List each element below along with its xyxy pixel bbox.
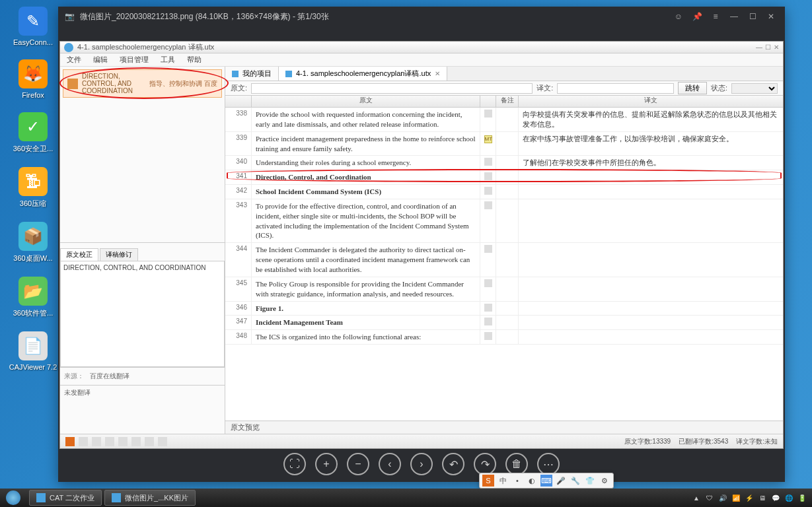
source-cell[interactable]: Figure 1. xyxy=(252,302,480,316)
desktop-icon[interactable]: 📂360软件管... xyxy=(7,277,59,318)
source-cell[interactable]: The ICS is organized into the following … xyxy=(252,330,480,344)
segment-row[interactable]: 348The ICS is organized into the followi… xyxy=(225,330,783,345)
tray-icon[interactable]: 🔊 xyxy=(718,493,727,502)
ime-logo-icon[interactable]: S xyxy=(482,475,494,487)
menu-item[interactable]: 编辑 xyxy=(93,55,108,65)
source-cell[interactable]: Direction, Control, and Coordination xyxy=(252,170,480,184)
more-button[interactable]: ⋯ xyxy=(537,453,560,475)
tray-icon[interactable]: 🔋 xyxy=(797,493,807,502)
ime-lang-button[interactable]: 中 xyxy=(497,475,509,487)
minimize-button[interactable]: — xyxy=(727,9,741,24)
ime-punct-button[interactable]: • xyxy=(511,475,523,487)
menu-item[interactable]: 帮助 xyxy=(187,55,202,65)
note-cell[interactable] xyxy=(496,277,519,301)
filter-tgt-input[interactable] xyxy=(557,83,674,94)
maximize-button[interactable]: ☐ xyxy=(745,9,760,24)
source-cell[interactable]: The Incident Commander is delegated the … xyxy=(252,243,480,277)
note-cell[interactable] xyxy=(496,170,519,184)
zoom-out-button[interactable]: − xyxy=(347,453,369,475)
segment-row[interactable]: 341Direction, Control, and Coordination xyxy=(225,170,783,185)
taskbar-item[interactable]: 微信图片_...KK图片 xyxy=(104,490,196,506)
status-icon[interactable] xyxy=(65,437,75,446)
segment-row[interactable]: 340Understanding their roles during a sc… xyxy=(225,156,783,170)
grid-body[interactable]: 338Provide the school with requested inf… xyxy=(225,108,783,421)
viewer-pin-icon[interactable]: 📌 xyxy=(690,9,704,24)
status-icon[interactable] xyxy=(118,437,128,446)
tray-icon[interactable]: ▲ xyxy=(692,493,701,502)
segment-row[interactable]: 346Figure 1. xyxy=(225,302,783,316)
segment-row[interactable]: 345The Policy Group is responsible for p… xyxy=(225,277,783,302)
tray-icon[interactable]: 🛡 xyxy=(705,493,714,502)
target-cell[interactable]: 了解他们在学校突发事件中所担任的角色。 xyxy=(519,156,783,170)
document-tab[interactable]: 我的项目 xyxy=(225,67,279,81)
sidebar-tab-source[interactable]: 原文校正 xyxy=(60,248,98,261)
source-cell[interactable]: Incident Management Team xyxy=(252,316,480,329)
tab-close-icon[interactable]: ✕ xyxy=(435,70,440,77)
segment-row[interactable]: 347Incident Management Team xyxy=(225,316,783,330)
close-button[interactable]: ✕ xyxy=(764,9,778,24)
desktop-icon[interactable]: ✎EasyConn... xyxy=(7,7,59,46)
rotate-right-button[interactable]: ↷ xyxy=(474,453,496,475)
desktop-icon[interactable]: 📦360桌面W... xyxy=(7,222,59,263)
rotate-left-button[interactable]: ↶ xyxy=(442,453,464,475)
source-cell[interactable]: The Policy Group is responsible for prov… xyxy=(252,277,480,301)
note-cell[interactable] xyxy=(496,243,519,277)
target-cell[interactable] xyxy=(519,170,783,184)
target-cell[interactable] xyxy=(519,302,783,316)
sidebar-tab-target[interactable]: 译稿修订 xyxy=(100,248,138,261)
cat-min-icon[interactable]: — xyxy=(756,44,762,51)
tray-icon[interactable]: 📶 xyxy=(731,493,741,502)
desktop-icon[interactable]: 🗜360压缩 xyxy=(7,167,59,209)
fit-button[interactable]: ⛶ xyxy=(283,453,306,475)
tray-icon[interactable]: ⚡ xyxy=(745,493,754,502)
tray-icon[interactable]: 💬 xyxy=(771,493,780,502)
cat-max-icon[interactable]: ☐ xyxy=(765,44,771,51)
document-tab[interactable]: 4-1. sampleschoolemergencyplan译稿.utx✕ xyxy=(279,67,447,81)
target-cell[interactable]: 在家中练习事故管理准备工作，以加强学校培训，确保家庭安全。 xyxy=(519,132,783,156)
target-cell[interactable] xyxy=(519,243,783,277)
target-cell[interactable] xyxy=(519,316,783,329)
tray-icon[interactable]: 🌐 xyxy=(784,493,794,502)
start-button[interactable] xyxy=(0,489,26,507)
source-cell[interactable]: School Incident Command System (ICS) xyxy=(252,185,480,199)
status-icon[interactable] xyxy=(145,437,154,446)
source-cell[interactable]: To provide for the effective direction, … xyxy=(252,199,480,242)
viewer-feedback-icon[interactable]: ☺ xyxy=(671,9,686,24)
source-cell[interactable]: Understanding their roles during a schoo… xyxy=(252,156,480,170)
delete-button[interactable]: 🗑 xyxy=(505,453,528,475)
note-cell[interactable] xyxy=(496,302,519,316)
desktop-icon[interactable]: 📄CAJViewer 7.2 xyxy=(7,331,59,371)
filter-status-select[interactable] xyxy=(731,83,778,94)
note-cell[interactable] xyxy=(496,316,519,329)
note-cell[interactable] xyxy=(496,108,519,131)
target-cell[interactable] xyxy=(519,199,783,242)
cat-close-icon[interactable]: ✕ xyxy=(774,44,779,51)
status-icon[interactable] xyxy=(79,437,88,446)
next-button[interactable]: › xyxy=(410,453,433,475)
menu-item[interactable]: 工具 xyxy=(161,55,175,65)
status-icon[interactable] xyxy=(131,437,141,446)
filter-go-button[interactable]: 跳转 xyxy=(678,82,707,94)
preview-tab[interactable]: 原文预览 xyxy=(225,421,783,434)
desktop-icon[interactable]: 🦊Firefox xyxy=(7,59,59,99)
source-cell[interactable]: Provide the school with requested inform… xyxy=(252,108,480,131)
note-cell[interactable] xyxy=(496,185,519,199)
taskbar-item[interactable]: CAT 二次作业 xyxy=(29,490,102,506)
tm-match-entry[interactable]: DIRECTION, CONTROL, AND COORDINATION 指导、… xyxy=(63,69,222,98)
target-cell[interactable] xyxy=(519,277,783,301)
status-icon[interactable] xyxy=(105,437,114,446)
segment-row[interactable]: 344The Incident Commander is delegated t… xyxy=(225,243,783,277)
note-cell[interactable] xyxy=(496,132,519,156)
ime-keyboard-icon[interactable]: ⌨ xyxy=(540,475,552,487)
note-cell[interactable] xyxy=(496,156,519,170)
segment-row[interactable]: 338Provide the school with requested inf… xyxy=(225,108,783,132)
desktop-icon[interactable]: ✓360安全卫... xyxy=(7,112,59,154)
note-cell[interactable] xyxy=(496,199,519,242)
filter-src-input[interactable] xyxy=(251,83,533,94)
target-cell[interactable] xyxy=(519,330,783,344)
prev-button[interactable]: ‹ xyxy=(379,453,401,475)
segment-row[interactable]: 342School Incident Command System (ICS) xyxy=(225,185,783,199)
ime-mic-icon[interactable]: 🎤 xyxy=(555,475,567,487)
target-cell[interactable]: 向学校提供有关突发事件的信息、提前和延迟解除紧急状态的信息以及其他相关发布信息。 xyxy=(519,108,783,131)
segment-row[interactable]: 339Practice incident management prepared… xyxy=(225,132,783,156)
